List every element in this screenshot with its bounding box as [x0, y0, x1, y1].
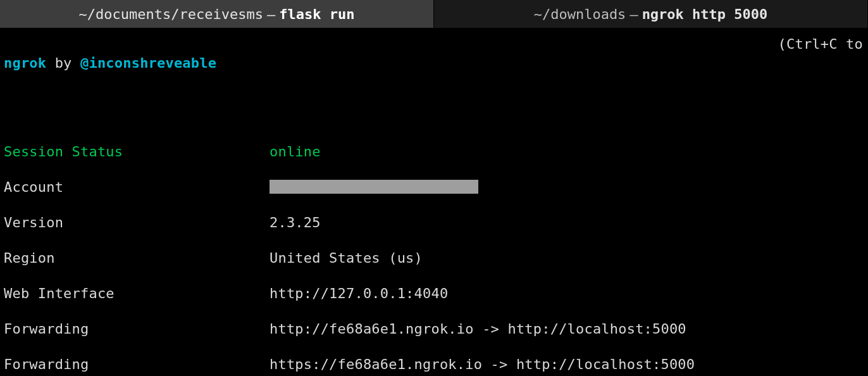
ngrok-app-name: ngrok	[4, 55, 46, 71]
forwarding-https-value: https://fe68a6e1.ngrok.io -> http://loca…	[270, 356, 695, 373]
forwarding-https-label: Forwarding	[4, 356, 270, 373]
tab-bar: ~/documents/receivesms — flask run ~/dow…	[0, 0, 868, 28]
version-label: Version	[4, 214, 270, 232]
redacted-block	[270, 180, 478, 194]
session-status-label: Session Status	[4, 143, 270, 161]
web-interface-value: http://127.0.0.1:4040	[270, 285, 448, 303]
version-value: 2.3.25	[270, 214, 321, 232]
region-value: United States (us)	[270, 249, 423, 267]
tab-separator: —	[267, 6, 275, 22]
account-value	[270, 179, 478, 196]
by-text: by	[46, 55, 80, 71]
tab-flask-run[interactable]: ~/documents/receivesms — flask run	[0, 0, 434, 28]
web-interface-label: Web Interface	[4, 285, 270, 303]
region-label: Region	[4, 249, 270, 267]
tab-path: ~/documents/receivesms	[79, 6, 263, 22]
tab-path: ~/downloads	[534, 6, 626, 22]
tab-separator: —	[629, 6, 638, 22]
tab-command: flask run	[279, 6, 354, 22]
terminal-output: ngrok by @inconshreveable (Ctrl+C to Ses…	[0, 28, 868, 376]
tab-command: ngrok http 5000	[642, 6, 768, 22]
forwarding-http-label: Forwarding	[4, 320, 270, 338]
forwarding-http-value: http://fe68a6e1.ngrok.io -> http://local…	[270, 320, 686, 338]
quit-hint: (Ctrl+C to	[778, 35, 863, 53]
tab-ngrok[interactable]: ~/downloads — ngrok http 5000	[434, 0, 868, 28]
session-status-value: online	[270, 143, 321, 161]
author-handle: @inconshreveable	[80, 55, 216, 71]
account-label: Account	[4, 179, 270, 196]
